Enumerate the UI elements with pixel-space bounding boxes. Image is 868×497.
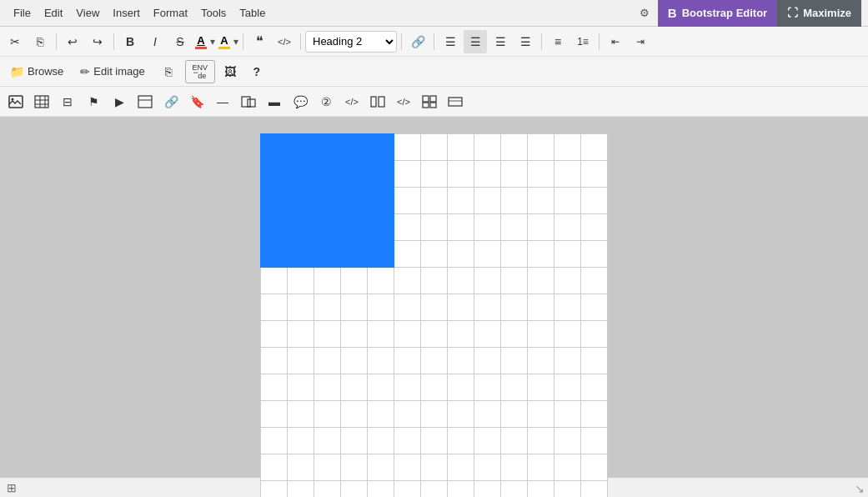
grid-cell[interactable] <box>394 134 421 161</box>
grid-cell[interactable] <box>368 241 394 268</box>
grid-cell[interactable] <box>581 374 608 401</box>
grid-cell[interactable] <box>314 188 341 214</box>
grid-cell[interactable] <box>288 481 314 498</box>
grid-cell[interactable] <box>261 214 288 241</box>
grid-cell[interactable] <box>261 134 288 161</box>
grid-cell[interactable] <box>474 454 501 481</box>
grid-cell[interactable] <box>554 454 581 481</box>
grid-cell[interactable] <box>581 428 608 454</box>
grid-cell[interactable] <box>261 241 288 268</box>
grid-cell[interactable] <box>341 294 368 321</box>
grid-cell[interactable] <box>448 401 474 428</box>
grid-cell[interactable] <box>288 374 314 401</box>
grid-cell[interactable] <box>448 294 474 321</box>
grid-cell[interactable] <box>474 214 501 241</box>
grid-cell[interactable] <box>288 214 314 241</box>
grid-cell[interactable] <box>314 481 341 498</box>
grid-cell[interactable] <box>368 348 394 374</box>
grid-cell[interactable] <box>394 188 421 214</box>
font-color-dropdown[interactable]: ▾ <box>210 36 215 48</box>
blockquote-button[interactable]: ❝ <box>248 30 271 53</box>
grid-cell[interactable] <box>448 321 474 348</box>
grid-cell[interactable] <box>368 268 394 294</box>
grid-cell[interactable] <box>581 241 608 268</box>
list-ordered-button[interactable]: 1≡ <box>571 30 595 53</box>
grid-cell[interactable] <box>261 321 288 348</box>
grid-cell[interactable] <box>261 161 288 188</box>
grid-cell[interactable] <box>421 454 448 481</box>
grid-cell[interactable] <box>368 188 394 214</box>
grid-cell[interactable] <box>448 348 474 374</box>
menu-view[interactable]: View <box>69 3 106 23</box>
grid-cell[interactable] <box>474 134 501 161</box>
grid-cell[interactable] <box>501 454 528 481</box>
grid-cell[interactable] <box>368 134 394 161</box>
insert-bookmark-button[interactable]: 🔖 <box>184 90 209 113</box>
grid-cell[interactable] <box>314 348 341 374</box>
grid-cell[interactable] <box>394 321 421 348</box>
grid-cell[interactable] <box>341 161 368 188</box>
grid-cell[interactable] <box>368 161 394 188</box>
grid-cell[interactable] <box>314 268 341 294</box>
grid-cell[interactable] <box>368 374 394 401</box>
grid-cell[interactable] <box>341 374 368 401</box>
grid-cell[interactable] <box>341 454 368 481</box>
grid-cell[interactable] <box>288 294 314 321</box>
insert-callout-button[interactable]: 💬 <box>288 90 313 113</box>
grid-cell[interactable] <box>341 401 368 428</box>
bootstrap-editor-button[interactable]: B Bootstrap Editor <box>658 0 777 27</box>
grid-cell[interactable] <box>528 321 554 348</box>
grid-cell[interactable] <box>528 401 554 428</box>
grid-cell[interactable] <box>368 214 394 241</box>
insert-table-button[interactable] <box>29 90 54 113</box>
grid-cell[interactable] <box>474 161 501 188</box>
grid-cell[interactable] <box>421 161 448 188</box>
grid-cell[interactable] <box>581 214 608 241</box>
menu-table[interactable]: Table <box>233 3 272 23</box>
grid-cell[interactable] <box>368 401 394 428</box>
grid-cell[interactable] <box>501 374 528 401</box>
copy-embed-button[interactable]: ⎘ <box>155 60 182 83</box>
browse-button[interactable]: 📁 Browse <box>3 63 70 81</box>
grid-table[interactable] <box>260 133 608 497</box>
grid-cell[interactable] <box>501 268 528 294</box>
insert-image-button[interactable] <box>3 90 28 113</box>
grid-cell[interactable] <box>261 348 288 374</box>
insert-flag-button[interactable]: ⚑ <box>81 90 106 113</box>
maximize-button[interactable]: ⛶ Maximize <box>777 0 861 27</box>
copy-button[interactable]: ⎘ <box>28 30 52 53</box>
grid-cell[interactable] <box>528 134 554 161</box>
grid-cell[interactable] <box>421 134 448 161</box>
menu-tools[interactable]: Tools <box>194 3 233 23</box>
grid-cell[interactable] <box>261 294 288 321</box>
align-left-button[interactable]: ☰ <box>439 30 462 53</box>
grid-cell[interactable] <box>288 134 314 161</box>
insert-embed-button[interactable]: ▬ <box>262 90 287 113</box>
grid-cell[interactable] <box>528 428 554 454</box>
cut-button[interactable]: ✂ <box>3 30 27 53</box>
grid-cell[interactable] <box>448 481 474 498</box>
menu-file[interactable]: File <box>7 3 38 23</box>
grid-cell[interactable] <box>421 374 448 401</box>
grid-cell[interactable] <box>554 188 581 214</box>
grid-cell[interactable] <box>421 294 448 321</box>
grid-cell[interactable] <box>528 161 554 188</box>
strikethrough-button[interactable]: S <box>168 30 192 53</box>
grid-cell[interactable] <box>261 374 288 401</box>
edit-image-button[interactable]: ✏ Edit image <box>73 63 151 81</box>
grid-cell[interactable] <box>421 321 448 348</box>
insert-grid-button[interactable]: ⊟ <box>55 90 80 113</box>
grid-cell[interactable] <box>581 348 608 374</box>
grid-cell[interactable] <box>421 241 448 268</box>
highlight-dropdown[interactable]: ▾ <box>233 36 238 48</box>
grid-cell[interactable] <box>288 268 314 294</box>
italic-button[interactable]: I <box>143 30 167 53</box>
grid-cell[interactable] <box>288 348 314 374</box>
grid-cell[interactable] <box>314 454 341 481</box>
grid-cell[interactable] <box>501 401 528 428</box>
media-button[interactable]: 🖼 <box>218 60 242 83</box>
grid-cell[interactable] <box>314 161 341 188</box>
grid-cell[interactable] <box>421 214 448 241</box>
align-right-button[interactable]: ☰ <box>489 30 512 53</box>
grid-cell[interactable] <box>421 481 448 498</box>
